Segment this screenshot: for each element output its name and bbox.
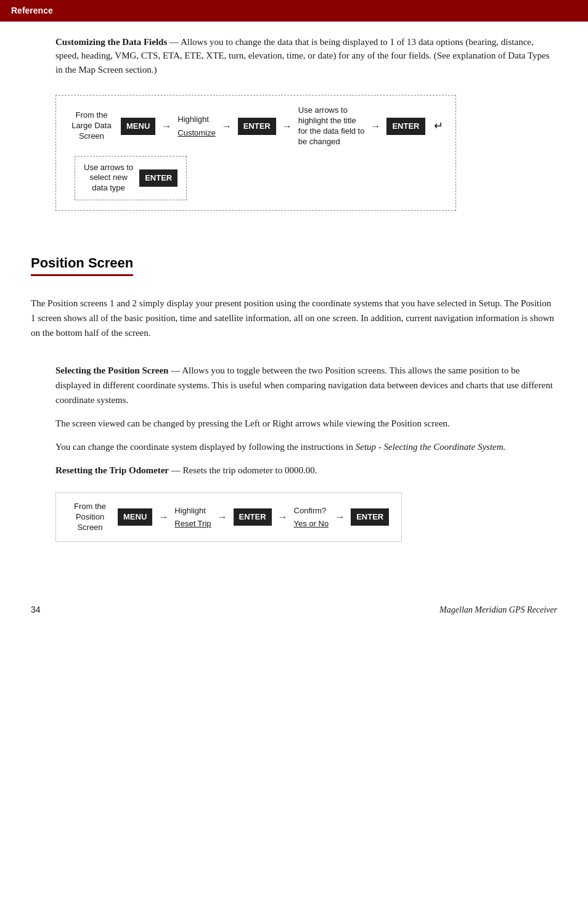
flow-bottom-row: Use arrows to select new data type ENTER (75, 156, 443, 201)
header-label: Reference (11, 6, 53, 15)
flow1-highlight-customize: Highlight Customize (178, 113, 215, 139)
flow2-arrow3: → (278, 510, 288, 524)
flow2-arrow4: → (335, 510, 345, 524)
flow1-arrow1: → (161, 119, 171, 134)
flow1-arrow4: → (370, 119, 380, 134)
resetting-paragraph: Resetting the Trip Odometer — Resets the… (55, 463, 557, 478)
footer-brand: Magellan Meridian GPS Receiver (439, 603, 557, 616)
position-body1: The Position screens 1 and 2 simply disp… (31, 296, 557, 340)
flow1-arrow3: → (282, 119, 292, 134)
selecting-paragraph1: Selecting the Position Screen — Allows y… (55, 363, 557, 407)
resetting-body: Resets the trip odometer to 0000.00. (183, 465, 317, 475)
flow1-use-arrows-label: Use arrows to highlight the title for th… (298, 105, 365, 147)
flow2-enter1-badge: ENTER (234, 508, 272, 526)
flow-diagram-2: From the Position Screen MENU → Highligh… (55, 492, 402, 542)
position-screen-heading-wrapper: Position Screen (31, 235, 557, 286)
flow2-arrow1: → (158, 510, 168, 524)
flow1-menu-badge: MENU (121, 118, 155, 135)
flow2-confirm-yesno: Confirm? Yes or No (294, 505, 329, 530)
selecting-section: Selecting the Position Screen — Allows y… (55, 363, 557, 454)
resetting-title: Resetting the Trip Odometer (55, 465, 169, 475)
flow2-yes-or-no-label: Yes or No (294, 518, 329, 530)
position-screen-heading: Position Screen (31, 253, 133, 276)
flow2-highlight-reset: Highlight Reset Trip (174, 505, 211, 530)
flow1-curve-arrow: ↵ (434, 118, 443, 134)
resetting-section: Resetting the Trip Odometer — Resets the… (55, 463, 557, 478)
flow1-enter3-badge: ENTER (139, 169, 178, 187)
page-number: 34 (31, 603, 41, 616)
flow2-arrow2: → (218, 510, 227, 524)
selecting-italic: Setup - Selecting the Coordinate System. (356, 442, 506, 452)
flow1-enter1-badge: ENTER (238, 118, 276, 135)
flow2-from-label: From the Position Screen (68, 502, 112, 533)
page-footer: 34 Magellan Meridian GPS Receiver (0, 591, 588, 626)
customizing-paragraph: Customizing the Data Fields — Allows you… (55, 35, 557, 77)
flow2-reset-trip-label: Reset Trip (174, 518, 211, 530)
flow1-sub-box: Use arrows to select new data type ENTER (75, 156, 187, 201)
flow1-customize-label: Customize (178, 127, 215, 139)
flow1-from-label: From the Large Data Screen (68, 110, 115, 142)
flow1-enter2-badge: ENTER (386, 118, 425, 135)
flow2-highlight-label: Highlight (174, 505, 206, 517)
header-bar: Reference (0, 0, 588, 22)
flow2-confirm-label: Confirm? (294, 505, 327, 517)
flow1-use-arrows2-label: Use arrows to select new data type (84, 163, 133, 194)
flow2-enter2-badge: ENTER (351, 508, 389, 526)
flow-top-row: From the Large Data Screen MENU → Highli… (68, 105, 443, 147)
flow1-arrow2: → (222, 119, 232, 134)
selecting-paragraph2: The screen viewed can be changed by pres… (55, 416, 557, 431)
customizing-section: Customizing the Data Fields — Allows you… (55, 35, 557, 77)
customizing-title: Customizing the Data Fields (55, 37, 167, 47)
flow1-highlight-label: Highlight (178, 113, 209, 126)
flow2-menu-badge: MENU (118, 508, 152, 526)
flow-diagram-1: From the Large Data Screen MENU → Highli… (55, 95, 456, 211)
selecting-paragraph3: You can change the coordinate system dis… (55, 439, 557, 454)
selecting-title: Selecting the Position Screen (55, 365, 168, 375)
